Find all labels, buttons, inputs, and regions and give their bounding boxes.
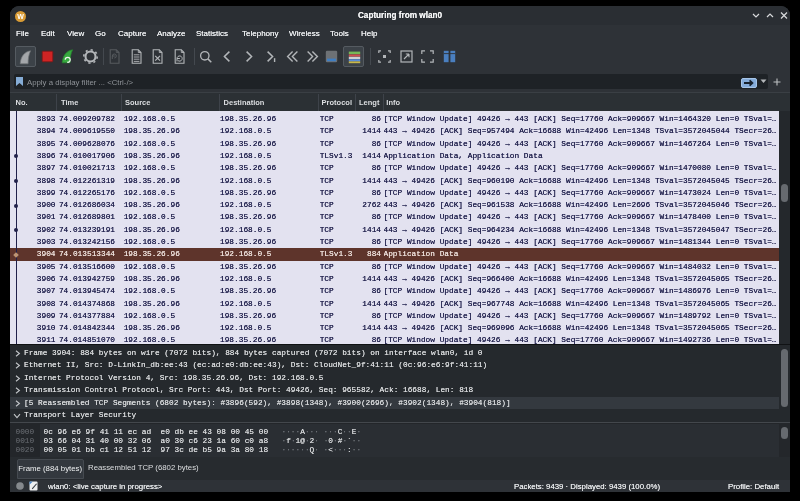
- svg-text:W: W: [17, 13, 24, 20]
